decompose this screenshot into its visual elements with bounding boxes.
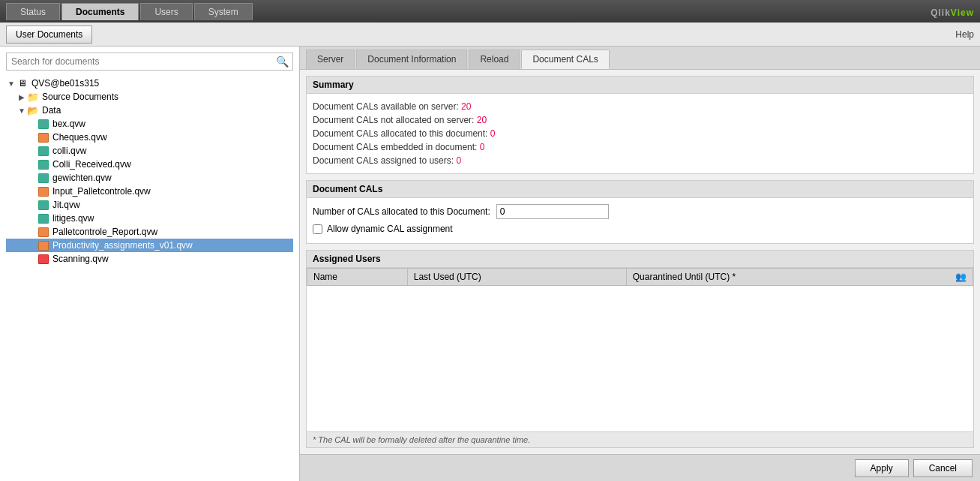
search-input[interactable] (6, 53, 293, 71)
main-content: 🔍 ▼ 🖥 QVS@be01s315 ▶ 📁 Source Documents … (0, 47, 980, 481)
folder-icon: 📁 (27, 92, 39, 102)
num-cals-label: Number of CALs allocated to this Documen… (313, 206, 490, 217)
summary-line-2-text: Document CALs not allocated on server: (313, 115, 477, 125)
expand-root-icon: ▼ (6, 80, 16, 88)
tree-data-folder[interactable]: ▼ 📂 Data (6, 104, 293, 117)
file-label: litiges.qvw (52, 213, 94, 224)
summary-line-5-text: Document CALs assigned to users: (313, 155, 456, 166)
summary-line-1: Document CALs available on server: 20 (313, 100, 967, 113)
file-label: Cheques.qvw (52, 132, 107, 143)
tab-server[interactable]: Server (306, 50, 355, 69)
top-tabs: Status Documents Users System (6, 3, 253, 20)
expand-source-icon: ▶ (16, 93, 27, 101)
tab-system[interactable]: System (194, 3, 253, 20)
num-cals-input[interactable] (496, 204, 609, 219)
list-item[interactable]: Productivity_assignments_v01.qvw (6, 239, 293, 252)
num-cals-row: Number of CALs allocated to this Documen… (313, 204, 967, 219)
assigned-users-title: Assigned Users (313, 254, 381, 264)
summary-line-4-value: 0 (480, 142, 485, 152)
summary-line-3-text: Document CALs allocated to this document… (313, 128, 490, 139)
list-item[interactable]: litiges.qvw (6, 212, 293, 225)
folder-open-icon: 📂 (27, 105, 39, 116)
assigned-users-section: Assigned Users Name Last Used (UTC) Quar… (306, 250, 974, 448)
doc-green-icon (37, 173, 49, 183)
allow-dynamic-row: Allow dynamic CAL assignment (313, 224, 967, 234)
summary-line-1-value: 20 (461, 101, 471, 112)
user-documents-button[interactable]: User Documents (6, 26, 92, 44)
server-icon: 🖥 (16, 78, 28, 89)
apply-button[interactable]: Apply (855, 459, 909, 477)
summary-body: Document CALs available on server: 20 Do… (307, 94, 973, 173)
document-cals-body: Number of CALs allocated to this Documen… (307, 198, 973, 243)
list-item[interactable]: gewichten.qvw (6, 171, 293, 185)
list-item[interactable]: Cheques.qvw (6, 131, 293, 144)
list-item[interactable]: Palletcontrole_Report.qvw (6, 225, 293, 239)
file-label: Palletcontrole_Report.qvw (52, 227, 157, 237)
logo-qlik: Qlik (931, 8, 951, 18)
file-label: Scanning.qvw (52, 254, 109, 264)
tab-documents[interactable]: Documents (61, 3, 139, 20)
content-area: Summary Document CALs available on serve… (300, 70, 980, 454)
col-quarantine-text: Quarantined Until (UTC) * (633, 272, 736, 282)
allow-dynamic-label: Allow dynamic CAL assignment (327, 224, 453, 234)
tabs-bar: Server Document Information Reload Docum… (300, 47, 980, 70)
tab-status[interactable]: Status (6, 3, 60, 20)
summary-line-3-value: 0 (490, 128, 496, 139)
doc-orange-icon (37, 132, 49, 143)
summary-line-4-text: Document CALs embedded in document: (313, 142, 480, 152)
list-item[interactable]: bex.qvw (6, 117, 293, 131)
assigned-users-header: Assigned Users (307, 251, 973, 268)
tab-reload[interactable]: Reload (469, 50, 520, 69)
users-table-wrap: Name Last Used (UTC) Quarantined Until (… (307, 268, 973, 431)
file-label: gewichten.qvw (52, 173, 112, 183)
help-link[interactable]: Help (955, 29, 974, 40)
summary-line-2: Document CALs not allocated on server: 2… (313, 113, 967, 127)
tab-document-cals[interactable]: Document CALs (521, 50, 609, 69)
list-item[interactable]: Jit.qvw (6, 198, 293, 212)
add-user-icon[interactable]: 👥 (955, 272, 967, 282)
summary-line-5: Document CALs assigned to users: 0 (313, 154, 967, 167)
list-item[interactable]: Input_Palletcontrole.qvw (6, 185, 293, 198)
doc-green-icon (37, 159, 49, 170)
tab-users[interactable]: Users (140, 3, 192, 20)
cancel-button[interactable]: Cancel (913, 459, 973, 477)
list-item[interactable]: Colli_Received.qvw (6, 158, 293, 171)
expand-data-icon: ▼ (16, 107, 27, 115)
list-item[interactable]: Scanning.qvw (6, 252, 293, 266)
logo-view: View (951, 8, 974, 18)
qlikview-logo: QlikView (931, 4, 974, 20)
summary-line-1-text: Document CALs available on server: (313, 101, 461, 112)
footer-note: * The CAL will be formally deleted after… (307, 431, 973, 447)
doc-orange-icon (37, 186, 49, 197)
file-tree: ▼ 🖥 QVS@be01s315 ▶ 📁 Source Documents ▼ … (6, 77, 293, 475)
tab-document-information[interactable]: Document Information (356, 50, 467, 69)
search-box: 🔍 (6, 53, 293, 71)
doc-orange-icon (37, 240, 49, 251)
doc-green-icon (37, 200, 49, 210)
list-item[interactable]: colli.qvw (6, 144, 293, 158)
file-label: Input_Palletcontrole.qvw (52, 186, 151, 197)
data-folder-label: Data (42, 105, 61, 116)
file-label-selected: Productivity_assignments_v01.qvw (52, 240, 193, 251)
summary-header: Summary (307, 77, 973, 94)
secondary-bar: User Documents Help (0, 23, 980, 47)
doc-green-icon (37, 146, 49, 156)
file-label: bex.qvw (52, 119, 85, 129)
search-icon: 🔍 (276, 56, 289, 68)
summary-line-3: Document CALs allocated to this document… (313, 127, 967, 140)
summary-line-4: Document CALs embedded in document: 0 (313, 140, 967, 154)
file-label: Jit.qvw (52, 200, 80, 210)
tree-source-docs[interactable]: ▶ 📁 Source Documents (6, 90, 293, 104)
summary-section: Summary Document CALs available on serve… (306, 76, 974, 174)
right-panel: Server Document Information Reload Docum… (300, 47, 980, 481)
root-label: QVS@be01s315 (31, 78, 99, 89)
col-name: Name (307, 269, 408, 286)
file-label: colli.qvw (52, 146, 86, 156)
allow-dynamic-checkbox[interactable] (313, 224, 322, 234)
top-bar: Status Documents Users System QlikView (0, 0, 980, 23)
action-bar: Apply Cancel (300, 454, 980, 481)
source-docs-label: Source Documents (42, 92, 118, 102)
tree-root[interactable]: ▼ 🖥 QVS@be01s315 (6, 77, 293, 90)
doc-orange-icon (37, 227, 49, 237)
col-quarantine: Quarantined Until (UTC) * 👥 (626, 269, 973, 286)
